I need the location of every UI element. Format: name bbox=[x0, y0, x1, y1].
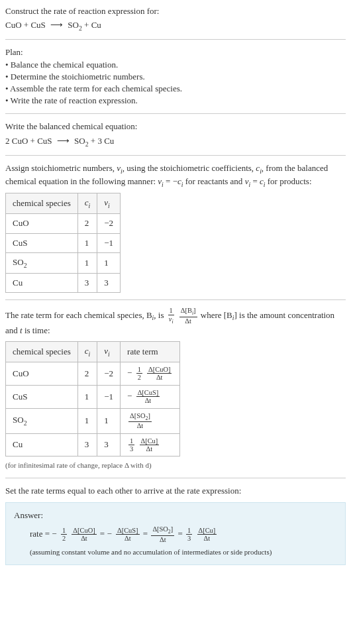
rate-expression: rate = − 12 Δ[CuO]Δt = − Δ[CuS]Δt = Δ[SO… bbox=[30, 525, 337, 543]
plan-item: Write the rate of reaction expression. bbox=[5, 95, 346, 107]
plan-item: Assemble the rate term for each chemical… bbox=[5, 83, 346, 95]
plan-heading: Plan: bbox=[5, 46, 346, 58]
col-rate-term: rate term bbox=[121, 341, 180, 362]
col-species: chemical species bbox=[6, 193, 78, 214]
table-row: CuS 1 −1 bbox=[6, 233, 121, 252]
prompt-title: Construct the rate of reaction expressio… bbox=[5, 5, 346, 17]
plan-list: Balance the chemical equation. Determine… bbox=[5, 59, 346, 107]
rate-term-text: The rate term for each chemical species,… bbox=[5, 307, 346, 337]
plan-item: Balance the chemical equation. bbox=[5, 59, 346, 71]
plan-item: Determine the stoichiometric numbers. bbox=[5, 71, 346, 83]
divider bbox=[5, 39, 346, 40]
col-nui: νi bbox=[97, 193, 121, 214]
stoich-section: Assign stoichiometric numbers, νi, using… bbox=[5, 162, 346, 294]
table-row: Cu 3 3 bbox=[6, 274, 121, 293]
eq-rhs-tail: + Cu bbox=[82, 20, 101, 30]
table-row: Cu 3 3 13 Δ[Cu]Δt bbox=[6, 433, 180, 456]
divider bbox=[5, 299, 346, 300]
eq-rhs-so2: SO2 bbox=[68, 20, 82, 30]
fraction: Δ[Bi]Δt bbox=[179, 307, 197, 325]
stoich-text: Assign stoichiometric numbers, νi, using… bbox=[5, 162, 346, 189]
col-species: chemical species bbox=[6, 341, 78, 362]
balanced-section: Write the balanced chemical equation: 2 … bbox=[5, 121, 346, 148]
rate-term-table: chemical species ci νi rate term CuO 2 −… bbox=[5, 341, 180, 457]
prompt-section: Construct the rate of reaction expressio… bbox=[5, 5, 346, 32]
table-row: SO2 1 1 bbox=[6, 252, 121, 273]
table-row: CuO 2 −2 − 12 Δ[CuO]Δt bbox=[6, 362, 180, 385]
balanced-rhs-tail: + 3 Cu bbox=[89, 136, 115, 146]
fraction: 1νi bbox=[168, 307, 175, 325]
final-section: Set the rate terms equal to each other t… bbox=[5, 485, 346, 565]
balanced-heading: Write the balanced chemical equation: bbox=[5, 121, 346, 133]
prompt-equation: CuO + CuS ⟶ SO2 + Cu bbox=[5, 19, 346, 32]
divider bbox=[5, 478, 346, 478]
table-header-row: chemical species ci νi rate term bbox=[6, 341, 180, 362]
col-ci: ci bbox=[77, 193, 97, 214]
col-nui: νi bbox=[97, 341, 121, 362]
balanced-equation: 2 CuO + CuS ⟶ SO2 + 3 Cu bbox=[5, 135, 346, 148]
answer-box: Answer: rate = − 12 Δ[CuO]Δt = − Δ[CuS]Δ… bbox=[5, 502, 346, 565]
balanced-rhs-so2: SO2 bbox=[74, 136, 89, 146]
eq-lhs: CuO + CuS bbox=[5, 20, 46, 30]
rate-term-section: The rate term for each chemical species,… bbox=[5, 307, 346, 471]
table-row: SO2 1 1 Δ[SO2]Δt bbox=[6, 408, 180, 433]
infinitesimal-note: (for infinitesimal rate of change, repla… bbox=[5, 460, 346, 470]
divider bbox=[5, 155, 346, 156]
col-ci: ci bbox=[77, 341, 97, 362]
stoich-table: chemical species ci νi CuO 2 −2 CuS 1 −1… bbox=[5, 193, 121, 293]
arrow-icon: ⟶ bbox=[50, 19, 63, 31]
balanced-lhs: 2 CuO + CuS bbox=[5, 136, 52, 146]
table-header-row: chemical species ci νi bbox=[6, 193, 121, 214]
answer-label: Answer: bbox=[14, 510, 337, 521]
table-row: CuO 2 −2 bbox=[6, 214, 121, 233]
table-row: CuS 1 −1 − Δ[CuS]Δt bbox=[6, 385, 180, 408]
arrow-icon: ⟶ bbox=[57, 135, 70, 147]
final-heading: Set the rate terms equal to each other t… bbox=[5, 485, 346, 497]
plan-section: Plan: Balance the chemical equation. Det… bbox=[5, 46, 346, 107]
assumption-note: (assuming constant volume and no accumul… bbox=[30, 547, 337, 557]
divider bbox=[5, 113, 346, 114]
